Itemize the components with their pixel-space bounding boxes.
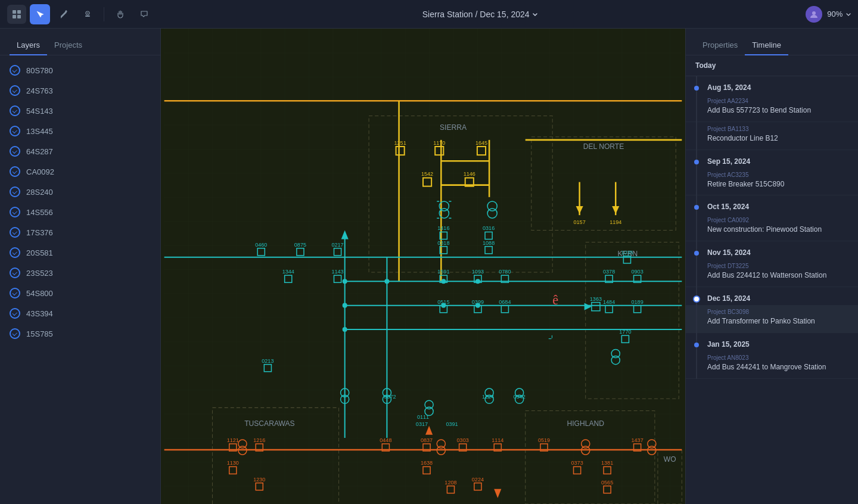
timeline-entry-5-0[interactable]: Project AN8023 Add Bus 244241 to Mangrov… <box>686 351 858 379</box>
svg-text:WO: WO <box>664 455 676 463</box>
layer-check-icon <box>10 126 20 136</box>
sidebar-item-13s445[interactable]: 13S445 <box>0 121 160 141</box>
layer-label: 17S376 <box>26 228 53 237</box>
station-title-dropdown[interactable]: Sierra Station / Dec 15, 2024 <box>422 10 538 19</box>
svg-text:ê: ê <box>552 293 558 307</box>
layer-label: 13S445 <box>26 127 53 136</box>
avatar[interactable] <box>806 6 822 23</box>
timeline-project-desc: Add Transformer to Panko Station <box>707 316 848 326</box>
svg-text:0378: 0378 <box>603 269 615 275</box>
svg-text:1230: 1230 <box>253 477 265 483</box>
layer-label: 15S785 <box>26 329 53 338</box>
svg-text:0316: 0316 <box>483 225 495 231</box>
timeline-project-desc: Reconductor Line B12 <box>707 133 848 144</box>
svg-text:1381: 1381 <box>601 460 613 466</box>
toolbar-separator <box>104 7 104 21</box>
timeline-project-id: Project DT3225 <box>707 263 848 269</box>
timeline-entry-4-0[interactable]: Project BC3098 Add Transformer to Panko … <box>686 305 858 333</box>
svg-text:1542: 1542 <box>421 171 433 177</box>
svg-text:0565: 0565 <box>601 480 613 486</box>
timeline-date-0: Aug 15, 2024 <box>686 76 858 94</box>
timeline-entry-0-1[interactable]: Project BA1133 Reconductor Line B12 <box>686 122 858 150</box>
sidebar-item-24s763[interactable]: 24S763 <box>0 80 160 101</box>
sidebar-item-54s800[interactable]: 54S800 <box>0 283 160 303</box>
sidebar-item-17s376[interactable]: 17S376 <box>0 222 160 242</box>
sidebar-item-28s240[interactable]: 28S240 <box>0 182 160 202</box>
timeline-dot <box>694 251 699 256</box>
svg-text:1146: 1146 <box>464 171 475 177</box>
hand-tool-button[interactable] <box>110 4 130 24</box>
layer-label: 24S763 <box>26 86 53 95</box>
layer-check-icon <box>10 227 20 238</box>
svg-text:1143: 1143 <box>331 269 343 275</box>
layer-check-icon <box>10 166 20 177</box>
timeline-dot <box>694 205 699 210</box>
svg-text:1344: 1344 <box>282 269 294 275</box>
svg-text:1645: 1645 <box>475 140 487 146</box>
svg-text:0317: 0317 <box>416 421 428 427</box>
layer-check-icon <box>10 146 20 157</box>
svg-text:0189: 0189 <box>632 299 644 305</box>
tab-layers[interactable]: Layers <box>10 36 47 55</box>
sidebar-item-23s523[interactable]: 23S523 <box>0 263 160 283</box>
map-canvas-area[interactable]: SIERRA DEL NORTE KERN TUSCARAWAS HIGHLAN… <box>161 29 685 504</box>
timeline-content: TodayAug 15, 2024 Project AA2234 Add Bus… <box>686 55 858 504</box>
sidebar-item-14s556[interactable]: 14S556 <box>0 202 160 222</box>
timeline-project-desc: Add Bus 224412 to Watterson Station <box>707 270 848 281</box>
svg-rect-11 <box>164 29 682 504</box>
timeline-entry-2-0[interactable]: Project CA0092 New construction: Pinewoo… <box>686 213 858 241</box>
layer-check-icon <box>10 267 20 278</box>
svg-text:0224: 0224 <box>472 477 484 483</box>
stamp-tool-button[interactable] <box>77 4 98 24</box>
sidebar-item-54s143[interactable]: 54S143 <box>0 101 160 121</box>
svg-text:0684: 0684 <box>499 299 511 305</box>
timeline-entry-1-0[interactable]: Project AC3235 Retire Breaker 515C890 <box>686 168 858 196</box>
timeline-entry-3-0[interactable]: Project DT3225 Add Bus 224412 to Watters… <box>686 259 858 287</box>
timeline-project-desc: New construction: Pinewood Station <box>707 225 848 235</box>
svg-text:0875: 0875 <box>294 242 306 248</box>
timeline-entry-0-0[interactable]: Project AA2234 Add Bus 557723 to Bend St… <box>686 94 858 122</box>
layer-check-icon <box>10 328 20 339</box>
timeline-dot <box>694 343 699 347</box>
tab-timeline[interactable]: Timeline <box>745 36 788 55</box>
svg-text:0318: 0318 <box>437 240 449 246</box>
zoom-control[interactable]: 90% <box>827 10 851 18</box>
layer-check-icon <box>10 105 20 116</box>
layer-label: 14S556 <box>26 208 53 217</box>
svg-marker-4 <box>61 11 67 18</box>
svg-text:1093: 1093 <box>472 269 484 275</box>
svg-point-7 <box>87 13 88 14</box>
sidebar-item-80s780[interactable]: 80S780 <box>0 60 160 80</box>
comment-tool-button[interactable] <box>134 4 154 24</box>
svg-text:0837: 0837 <box>421 437 433 443</box>
tab-properties[interactable]: Properties <box>695 36 745 55</box>
app-logo[interactable] <box>7 5 26 24</box>
svg-point-9 <box>812 11 816 15</box>
svg-text:⌏: ⌏ <box>548 332 556 343</box>
svg-text:0157: 0157 <box>574 219 586 225</box>
sidebar-item-64s287[interactable]: 64S287 <box>0 141 160 161</box>
svg-text:1121: 1121 <box>227 437 239 443</box>
svg-text:1194: 1194 <box>610 219 621 225</box>
schematic-diagram[interactable]: SIERRA DEL NORTE KERN TUSCARAWAS HIGHLAN… <box>161 29 685 504</box>
right-panel: Properties Timeline TodayAug 15, 2024 Pr… <box>685 29 858 504</box>
svg-point-170 <box>343 279 347 284</box>
svg-text:0217: 0217 <box>331 242 343 248</box>
timeline-section-0: Aug 15, 2024 Project AA2234 Add Bus 5577… <box>686 76 858 150</box>
sidebar-item-43s394[interactable]: 43S394 <box>0 303 160 323</box>
sidebar-item-20s581[interactable]: 20S581 <box>0 242 160 263</box>
svg-text:1216: 1216 <box>253 437 265 443</box>
tab-projects[interactable]: Projects <box>47 36 89 55</box>
sidebar-item-15s785[interactable]: 15S785 <box>0 323 160 344</box>
sidebar-item-ca0092[interactable]: CA0092 <box>0 161 160 182</box>
edit-tool-button[interactable] <box>54 4 74 24</box>
layer-check-icon <box>10 308 20 319</box>
timeline-project-desc: Add Bus 557723 to Bend Station <box>707 105 848 116</box>
layer-label: CA0092 <box>26 167 54 176</box>
timeline-section-1: Sep 15, 2024 Project AC3235 Retire Break… <box>686 150 858 196</box>
svg-point-172 <box>343 327 347 332</box>
svg-text:0448: 0448 <box>380 437 391 443</box>
svg-rect-2 <box>13 15 16 18</box>
select-tool-button[interactable] <box>30 4 50 24</box>
layer-check-icon <box>10 247 20 258</box>
